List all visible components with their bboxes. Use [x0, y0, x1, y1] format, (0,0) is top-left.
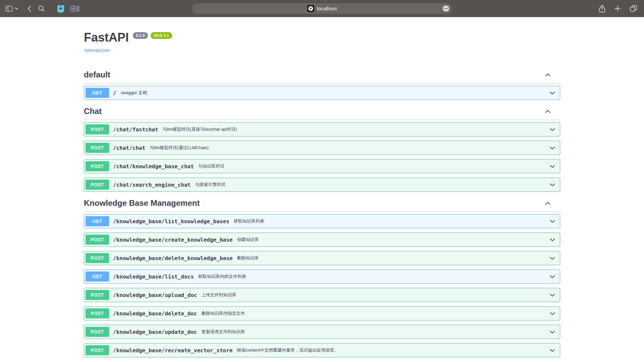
endpoint-path: /chat/knowledge_base_chat [113, 163, 194, 170]
endpoint-row[interactable]: POST /chat/chat 与llm模型对话(通过LLMChain) [84, 141, 560, 155]
sidebar-toggle-icon [5, 6, 13, 12]
method-badge: GET [86, 88, 109, 98]
share-button[interactable] [597, 3, 607, 14]
endpoint-row[interactable]: GET /knowledge_base/list_docs 获取知识库内的文件列… [84, 269, 560, 284]
api-section: Chat POST /chat/fastchat 与llm模型对话(直接与fas… [84, 104, 560, 192]
endpoint-row[interactable]: GET / swagger 文档 [84, 86, 560, 100]
method-badge: POST [86, 253, 109, 263]
endpoint-summary: swagger 文档 [121, 90, 147, 96]
section-header-chat[interactable]: Chat [84, 104, 560, 120]
chevron-down-icon [550, 312, 555, 315]
chevron-up-icon [545, 202, 550, 205]
endpoint-row[interactable]: POST /knowledge_base/create_knowledge_ba… [84, 233, 560, 247]
version-badge: 0.1.0 [133, 32, 148, 39]
endpoint-summary: 更新现有文件到知识库 [201, 329, 245, 335]
chevron-down-icon [550, 257, 555, 260]
search-button[interactable] [37, 4, 46, 13]
endpoint-summary: 与llm模型对话(通过LLMChain) [150, 145, 209, 151]
page-menu-button[interactable] [443, 5, 449, 13]
section-title: Chat [84, 106, 102, 116]
endpoint-row[interactable]: GET /knowledge_base/list_knowledge_bases… [84, 214, 560, 228]
chevron-up-icon [545, 110, 550, 113]
cyan-extension-button[interactable] [55, 3, 66, 14]
chevron-up-icon [545, 73, 550, 76]
section-header-knowledge-base-management[interactable]: Knowledge Base Management [84, 196, 560, 212]
section-title: Knowledge Base Management [84, 198, 200, 208]
endpoint-path: /knowledge_base/create_knowledge_base [113, 237, 232, 243]
api-section: default GET / swagger 文档 [84, 68, 560, 100]
chevron-down-icon [550, 92, 555, 95]
method-badge: POST [86, 235, 109, 245]
search-icon [38, 5, 45, 12]
sidebar-toggle-button[interactable] [4, 4, 20, 13]
chevron-down-icon [15, 7, 18, 10]
endpoint-path: /chat/fastchat [113, 126, 158, 133]
endpoint-summary: 删除知识库 [237, 255, 259, 261]
method-badge: POST [86, 124, 109, 134]
method-badge: POST [86, 308, 109, 318]
endpoint-summary: 上传文件到知识库 [201, 292, 236, 298]
endpoint-path: /knowledge_base/recreate_vector_store [113, 347, 232, 354]
endpoint-path: /chat/search_engine_chat [113, 182, 191, 188]
url-text: localhost [317, 6, 337, 11]
method-badge: POST [86, 161, 109, 171]
endpoint-row[interactable]: POST /chat/search_engine_chat 与搜索引擎对话 [84, 178, 560, 192]
endpoint-summary: 与知识库对话 [198, 163, 224, 169]
chevron-down-icon [550, 349, 555, 352]
address-bar[interactable]: localhost [193, 3, 451, 14]
method-badge: POST [86, 345, 109, 355]
circles-extension-button[interactable] [69, 3, 80, 14]
endpoint-summary: 根据content中文档重建向量库，流式输出处理进度。 [237, 347, 338, 353]
share-icon [599, 5, 605, 13]
endpoint-summary: 获取知识库内的文件列表 [198, 274, 246, 280]
section-title: default [84, 70, 110, 80]
browser-toolbar: localhost [0, 0, 644, 17]
page-menu-ellipsis-icon [443, 5, 449, 12]
section-header-default[interactable]: default [84, 68, 560, 83]
chevron-down-icon [550, 165, 555, 168]
endpoint-row[interactable]: POST /chat/knowledge_base_chat 与知识库对话 [84, 159, 560, 173]
endpoint-path: /knowledge_base/update_doc [113, 329, 197, 335]
method-badge: GET [86, 272, 109, 282]
endpoint-path: /knowledge_base/delete_knowledge_base [113, 255, 232, 261]
endpoint-path: /chat/chat [113, 145, 145, 151]
section-endpoints: GET /knowledge_base/list_knowledge_bases… [84, 212, 560, 357]
endpoint-path: / [113, 90, 116, 96]
tab-overview-button[interactable] [629, 4, 639, 13]
endpoint-summary: 创建知识库 [237, 237, 259, 243]
chevron-down-icon [550, 128, 555, 131]
section-endpoints: POST /chat/fastchat 与llm模型对话(直接与fastchat… [84, 120, 560, 192]
openapi-spec-link[interactable]: /openapi.json [84, 48, 110, 53]
toolbar-left-group [4, 0, 80, 17]
endpoint-row[interactable]: POST /knowledge_base/upload_doc 上传文件到知识库 [84, 288, 560, 302]
endpoint-summary: 获取知识库列表 [234, 218, 264, 224]
swagger-page: FastAPI 0.1.0 OAS 3.1 /openapi.json defa… [0, 17, 644, 362]
chevron-down-icon [550, 275, 555, 278]
endpoint-row[interactable]: POST /knowledge_base/recreate_vector_sto… [84, 343, 560, 357]
chevron-down-icon [550, 330, 555, 334]
cyan-extension-icon [57, 4, 65, 13]
site-favicon [307, 5, 314, 12]
circles-extension-icon [70, 5, 79, 13]
endpoint-summary: 与搜索引擎对话 [195, 182, 225, 188]
endpoint-row[interactable]: POST /knowledge_base/delete_knowledge_ba… [84, 251, 560, 265]
endpoint-row[interactable]: POST /knowledge_base/update_doc 更新现有文件到知… [84, 325, 560, 339]
endpoint-path: /knowledge_base/delete_doc [113, 310, 197, 317]
back-icon [27, 5, 31, 12]
endpoint-row[interactable]: POST /chat/fastchat 与llm模型对话(直接与fastchat… [84, 122, 560, 136]
endpoint-path: /knowledge_base/list_docs [113, 274, 194, 280]
oas-badge: OAS 3.1 [151, 32, 172, 39]
chevron-down-icon [550, 220, 555, 223]
new-tab-button[interactable] [613, 4, 622, 13]
method-badge: POST [86, 180, 109, 190]
chevron-down-icon [550, 238, 555, 241]
method-badge: POST [86, 290, 109, 300]
api-info: FastAPI 0.1.0 OAS 3.1 /openapi.json [84, 17, 560, 53]
method-badge: POST [86, 143, 109, 153]
page-title: FastAPI 0.1.0 OAS 3.1 [84, 31, 560, 45]
endpoint-row[interactable]: POST /knowledge_base/delete_doc 删除知识库内指定… [84, 306, 560, 320]
endpoint-path: /knowledge_base/list_knowledge_bases [113, 218, 229, 225]
back-button[interactable] [26, 4, 33, 13]
chevron-down-icon [550, 294, 555, 297]
new-tab-icon [614, 5, 621, 12]
